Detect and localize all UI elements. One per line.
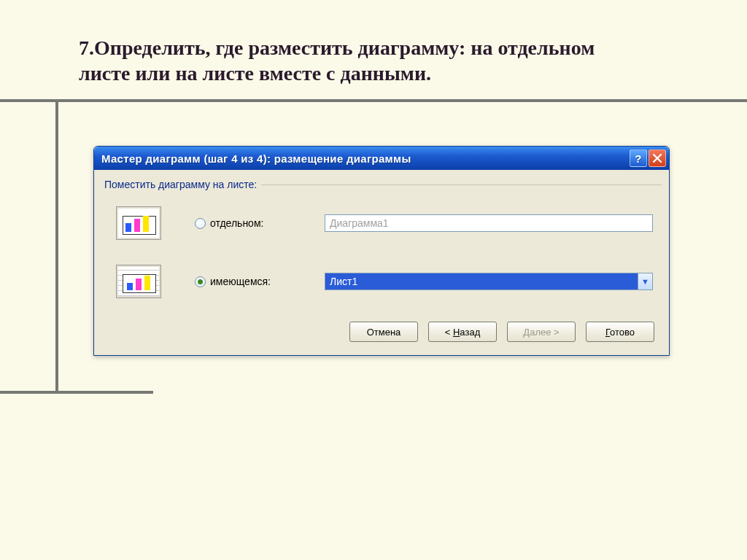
existing-sheet-icon	[116, 265, 161, 298]
group-line	[261, 184, 662, 185]
cancel-button-label: Отмена	[367, 327, 401, 338]
dialog-button-row: Отмена < Назад Далее > Готово	[94, 316, 669, 355]
finish-button[interactable]: Готово	[586, 322, 654, 342]
close-icon	[653, 154, 662, 163]
radio-separate-input[interactable]	[195, 218, 206, 229]
dialog-titlebar[interactable]: Мастер диаграмм (шаг 4 из 4): размещение…	[94, 147, 669, 170]
chevron-down-icon[interactable]: ▼	[638, 273, 652, 289]
next-button: Далее >	[507, 322, 576, 342]
group-label: Поместить диаграмму на листе:	[94, 170, 669, 193]
slide-title: 7.Определить, где разместить диаграмму: …	[79, 35, 648, 86]
close-button[interactable]	[649, 149, 666, 167]
back-button-label: < Назад	[445, 327, 480, 338]
group-label-text: Поместить диаграмму на листе:	[104, 179, 257, 190]
divider-horizontal-short	[0, 391, 153, 394]
divider-vertical	[55, 102, 58, 394]
radio-existing-label: имеющемся:	[210, 276, 271, 287]
next-button-label: Далее >	[523, 327, 559, 338]
separate-name-input[interactable]	[325, 214, 653, 232]
radio-existing-input[interactable]	[195, 276, 206, 287]
radio-separate[interactable]: отдельном:	[195, 217, 319, 229]
radio-separate-label: отдельном:	[210, 217, 263, 229]
back-button[interactable]: < Назад	[428, 322, 497, 342]
existing-sheet-selected: Лист1	[325, 273, 638, 289]
existing-sheet-combo[interactable]: Лист1 ▼	[325, 273, 653, 290]
cancel-button[interactable]: Отмена	[349, 322, 418, 342]
finish-button-label: Готово	[605, 327, 635, 338]
divider-horizontal	[0, 99, 747, 102]
radio-existing[interactable]: имеющемся:	[195, 276, 319, 287]
help-button[interactable]: ?	[630, 149, 647, 167]
separate-sheet-icon	[116, 206, 161, 240]
chart-wizard-dialog: Мастер диаграмм (шаг 4 из 4): размещение…	[93, 146, 670, 356]
dialog-title: Мастер диаграмм (шаг 4 из 4): размещение…	[101, 152, 411, 165]
